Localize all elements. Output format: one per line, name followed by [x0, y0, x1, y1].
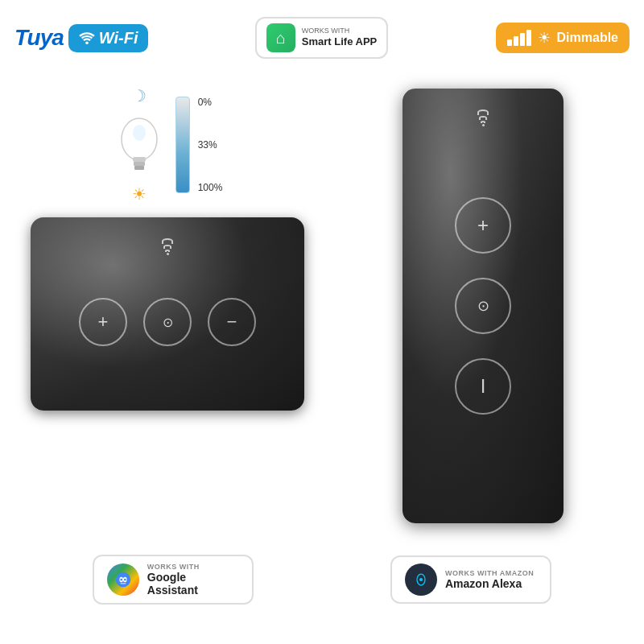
google-icon: [107, 564, 139, 596]
sun-icon: ☀: [132, 184, 147, 204]
pct100-label: 100%: [198, 182, 223, 193]
bar3: [520, 33, 525, 46]
svg-point-0: [85, 41, 89, 44]
bottom-badges-area: WORKS WITH Google Assistant WORKS WiTh A…: [0, 539, 644, 620]
svg-point-14: [419, 578, 423, 581]
vertical-switch: + ⊙ I: [402, 89, 564, 523]
switch-wifi-top-icon: [31, 233, 304, 255]
dimmer-scale: 0% 33% 100%: [175, 97, 225, 193]
alexa-icon: [405, 564, 437, 596]
google-text-block: WORKS WITH Google Assistant: [147, 563, 239, 597]
horizontal-switch: + ⊙ −: [31, 217, 304, 411]
v-arc3: [477, 109, 489, 115]
dimmable-badge: ☀ Dimmable: [496, 23, 630, 53]
wifi-arcs-icon: [162, 238, 173, 255]
brightness-up-button[interactable]: +: [79, 298, 127, 346]
dimmable-bars-icon: [507, 30, 531, 46]
v-arc-dot: [482, 124, 485, 126]
svg-point-9: [120, 579, 122, 581]
scale-bar: [175, 97, 190, 193]
vertical-power-button[interactable]: I: [455, 358, 511, 415]
bar2: [514, 36, 518, 46]
plus-icon: +: [98, 312, 109, 332]
svg-rect-11: [120, 583, 126, 584]
google-works-label: WORKS WITH: [147, 563, 239, 571]
smartlife-app-label: Smart Life APP: [302, 35, 377, 49]
arc2: [163, 245, 171, 249]
light-bulb-icon: [111, 109, 167, 181]
right-side: + ⊙ I: [336, 80, 630, 531]
arc-dot: [167, 253, 169, 255]
arc3: [162, 238, 173, 244]
vertical-sun-icon: ⊙: [477, 297, 489, 315]
wifi-arcs-vertical-icon: [477, 109, 489, 126]
svg-point-10: [124, 579, 126, 581]
light-toggle-button[interactable]: ⊙: [143, 298, 192, 346]
wifi-label: Wi-Fi: [99, 29, 138, 47]
wifi-signal-icon: [78, 31, 96, 44]
vertical-power-icon: I: [481, 375, 486, 398]
amazon-alexa-badge: WORKS WiTh Amazon Amazon Alexa: [390, 555, 551, 604]
alexa-text-block: WORKS WiTh Amazon Amazon Alexa: [445, 569, 534, 590]
alexa-works-label: WORKS WiTh Amazon: [445, 569, 534, 577]
smartlife-works-label: WORKS WITH: [302, 27, 377, 36]
vertical-brightness-up-button[interactable]: +: [455, 197, 511, 254]
alexa-logo-icon: [411, 570, 431, 589]
left-side: ☽ ☀ 0% 33% 100%: [14, 80, 320, 531]
smartlife-icon: ⌂: [266, 23, 295, 52]
tuya-wifi-group: Tuya Wi-Fi: [14, 24, 148, 52]
svg-rect-3: [134, 162, 145, 166]
scale-labels: 0% 33% 100%: [196, 97, 225, 193]
sun-toggle-icon: ⊙: [163, 315, 173, 330]
top-badges-area: Tuya Wi-Fi ⌂ WORKS WITH Smart Life APP: [0, 0, 644, 72]
dimmable-sun-icon: ☀: [538, 29, 551, 47]
switch-buttons-row: + ⊙ −: [79, 298, 256, 346]
v-arc1: [481, 121, 485, 123]
arc1: [165, 250, 170, 252]
svg-rect-4: [134, 166, 144, 170]
bar4: [526, 30, 531, 46]
svg-point-5: [133, 125, 146, 141]
google-assistant-badge: WORKS WITH Google Assistant: [93, 555, 254, 605]
wifi-badge: Wi-Fi: [68, 24, 148, 52]
pct0-label: 0%: [198, 97, 223, 108]
moon-icon: ☽: [132, 86, 147, 105]
vertical-plus-icon: +: [477, 214, 489, 237]
google-assistant-label: Google Assistant: [147, 571, 239, 597]
brightness-down-button[interactable]: −: [208, 298, 256, 346]
smartlife-badge: ⌂ WORKS WITH Smart Life APP: [255, 17, 388, 59]
smartlife-text: WORKS WITH Smart Life APP: [302, 27, 377, 50]
bulb-container: ☽ ☀: [111, 86, 167, 204]
alexa-label: Amazon Alexa: [445, 577, 534, 590]
bulb-scale-area: ☽ ☀ 0% 33% 100%: [14, 80, 320, 209]
google-assistant-icon: [114, 571, 132, 588]
dimmable-label: Dimmable: [557, 31, 618, 45]
minus-icon: −: [227, 312, 237, 332]
svg-rect-2: [133, 157, 146, 162]
vertical-sun-button[interactable]: ⊙: [455, 278, 511, 334]
bar1: [507, 39, 512, 46]
pct33-label: 33%: [198, 139, 223, 151]
middle-section: ☽ ☀ 0% 33% 100%: [0, 72, 644, 539]
tuya-logo: Tuya: [14, 25, 64, 51]
vertical-switch-wifi-icon: [402, 105, 564, 126]
v-arc2: [479, 116, 487, 120]
